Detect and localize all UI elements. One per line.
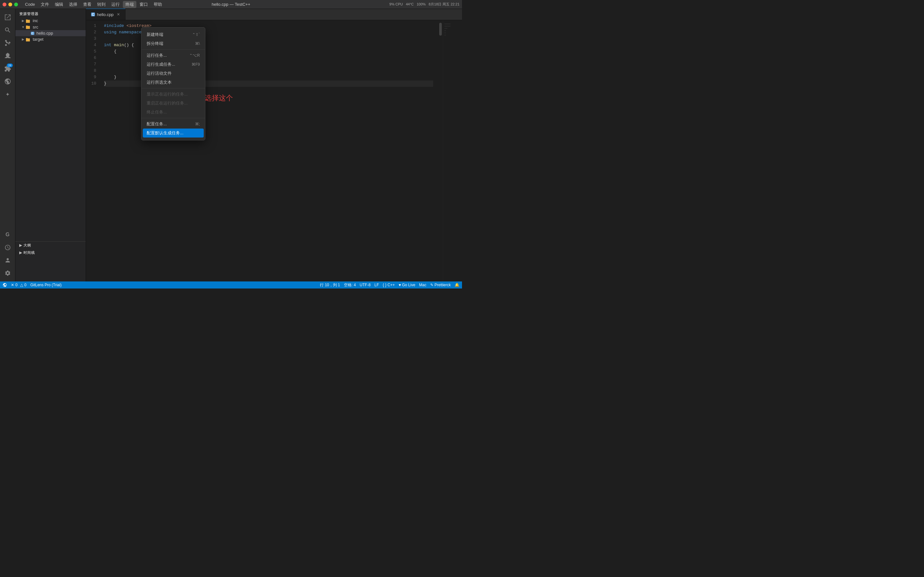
status-encoding[interactable]: UTF-8 (360, 283, 371, 287)
sidebar-item-src[interactable]: ▼ src (15, 24, 86, 31)
arrow-icon: ▶ (21, 19, 26, 23)
menu-run[interactable]: 运行 (109, 1, 122, 8)
tab-label: hello.cpp (97, 12, 113, 17)
status-notifications[interactable]: 🔔 (455, 283, 459, 287)
status-mac[interactable]: Mac (419, 283, 426, 287)
menu-window[interactable]: 窗口 (137, 1, 150, 8)
menu-code[interactable]: Code (23, 1, 37, 7)
arrow-down-icon: ▼ (21, 25, 26, 29)
settings-icon[interactable] (2, 268, 13, 279)
titlebar: Code 文件 编辑 选择 查看 转到 运行 终端 窗口 帮助 hello.cp… (0, 0, 462, 9)
menu-item-run-build[interactable]: 运行生成任务... ⌘F9 (143, 60, 204, 69)
error-count: 0 (15, 283, 18, 287)
traffic-lights (3, 3, 18, 6)
eol-label: LF (375, 283, 379, 287)
editor-area: C hello.cpp ✕ 1 2 3 4 5 6 7 8 9 10 #incl… (86, 9, 462, 282)
tab-close-icon[interactable]: ✕ (117, 12, 120, 17)
spacer (26, 31, 31, 35)
status-prettier[interactable]: ✎ Prettierck (430, 283, 451, 287)
warning-icon: △ (20, 283, 23, 287)
golive-label: ♥ Go Live (399, 283, 415, 287)
menu-select[interactable]: 选择 (66, 1, 80, 8)
titlebar-left: Code 文件 编辑 选择 查看 转到 运行 终端 窗口 帮助 (3, 1, 165, 8)
status-remote-icon[interactable] (3, 283, 7, 287)
status-spaces[interactable]: 空格: 4 (344, 282, 356, 288)
main-layout: 28 ✦ G (0, 9, 462, 282)
tab-file-icon: C (91, 13, 95, 16)
status-language[interactable]: { } C++ (383, 283, 395, 287)
activity-bar-bottom: G (2, 229, 13, 279)
menu-section-configure: 配置任务... ⌘; 配置默认生成任务... (142, 118, 205, 139)
menu-item-new-terminal[interactable]: 新建终端 ⌃⇧` (143, 30, 204, 39)
maximize-button[interactable] (14, 3, 18, 6)
menu-item-run-active[interactable]: 运行活动文件 (143, 69, 204, 78)
code-editor: 1 2 3 4 5 6 7 8 9 10 #include <iostream>… (86, 20, 462, 282)
menu-item-run-task[interactable]: 运行任务... ⌃⌥R (143, 51, 204, 60)
mac-label: Mac (419, 283, 426, 287)
menu-file[interactable]: 文件 (38, 1, 52, 8)
status-position[interactable]: 行 10，列 1 (320, 282, 340, 288)
status-eol[interactable]: LF (375, 283, 379, 287)
editor-tab-hellocpp[interactable]: C hello.cpp ✕ (86, 9, 126, 20)
error-icon: ✕ (11, 283, 14, 287)
timeline-icon[interactable] (2, 242, 13, 253)
menu-edit[interactable]: 编辑 (52, 1, 66, 8)
menu-help[interactable]: 帮助 (151, 1, 165, 8)
scrollbar-thumb[interactable] (439, 23, 442, 35)
outline-section: ▶ 大纲 ▶ 时间线 (15, 242, 86, 256)
copilot-icon[interactable]: ✦ (2, 89, 13, 100)
outline-header[interactable]: ▶ 大纲 (15, 242, 86, 249)
menu-terminal[interactable]: 终端 (123, 1, 136, 8)
menu-section-manage: 显示正在运行的任务... 重启正在运行的任务... 终止任务... (142, 89, 205, 118)
menu-item-split-terminal[interactable]: 拆分终端 ⌘\ (143, 39, 204, 48)
editor-tab-bar: C hello.cpp ✕ (86, 9, 462, 20)
inc-folder-label: inc (33, 18, 38, 23)
timeline-label: 时间线 (23, 250, 35, 255)
extensions-icon[interactable]: 28 (2, 63, 13, 74)
sidebar-item-inc[interactable]: ▶ inc (15, 18, 86, 24)
close-button[interactable] (3, 3, 6, 6)
warning-count: 0 (24, 283, 27, 287)
account-icon[interactable] (2, 255, 13, 266)
sidebar-item-hellocpp[interactable]: C hello.cpp (15, 30, 86, 36)
menu-item-configure-tasks[interactable]: 配置任务... ⌘; (143, 119, 204, 129)
menu-item-configure-default-build[interactable]: 配置默认生成任务... (143, 129, 204, 137)
menu-item-terminate-task: 终止任务... (143, 108, 204, 117)
menu-goto[interactable]: 转到 (95, 1, 108, 8)
menu-section-run: 运行任务... ⌃⌥R 运行生成任务... ⌘F9 运行活动文件 运行所选文本 (142, 50, 205, 89)
menu-item-restart-running: 重启正在运行的任务... (143, 99, 204, 108)
timeline-header[interactable]: ▶ 时间线 (15, 249, 86, 256)
editor-scrollbar[interactable] (438, 20, 443, 282)
remote-icon[interactable] (2, 76, 13, 87)
target-folder-icon (26, 37, 31, 42)
run-debug-icon[interactable] (2, 50, 13, 61)
search-icon[interactable] (2, 24, 13, 36)
menu-view[interactable]: 查看 (81, 1, 94, 8)
minimap: ######## ######## #### ## ## ## (443, 20, 462, 282)
prettier-label: ✎ Prettierck (430, 283, 451, 287)
sys-info: 9% CPU 44°C 100% 8月18日 周五 22:21 (389, 2, 459, 7)
explorer-icon[interactable] (2, 11, 13, 23)
status-errors[interactable]: ✕ 0 △ 0 (11, 283, 26, 287)
arrow-right-icon: ▶ (21, 37, 26, 41)
line-numbers: 1 2 3 4 5 6 7 8 9 10 (86, 20, 99, 282)
folder-open-icon (26, 25, 31, 30)
menu-item-run-selected[interactable]: 运行所选文本 (143, 78, 204, 87)
spaces-label: 空格: 4 (344, 282, 356, 288)
status-golive[interactable]: ♥ Go Live (399, 283, 415, 287)
titlebar-right: 9% CPU 44°C 100% 8月18日 周五 22:21 (389, 2, 459, 7)
gitlens-icon[interactable]: G (2, 229, 13, 240)
window-title: hello.cpp — TestC++ (212, 2, 250, 7)
hellocpp-label: hello.cpp (37, 31, 53, 35)
minimize-button[interactable] (8, 3, 12, 6)
encoding-label: UTF-8 (360, 283, 371, 287)
menu-section-new: 新建终端 ⌃⇧` 拆分终端 ⌘\ (142, 29, 205, 50)
status-gitlens[interactable]: GitLens Pro (Trial) (30, 283, 61, 287)
status-bar-right: 行 10，列 1 空格: 4 UTF-8 LF { } C++ ♥ Go Liv… (320, 282, 459, 288)
sidebar-item-target[interactable]: ▶ target (15, 36, 86, 43)
cpp-file-icon: C (31, 32, 35, 35)
language-label: { } C++ (383, 283, 395, 287)
menu-bar: Code 文件 编辑 选择 查看 转到 运行 终端 窗口 帮助 (23, 1, 165, 8)
menu-item-show-running: 显示正在运行的任务... (143, 90, 204, 99)
source-control-icon[interactable] (2, 37, 13, 49)
